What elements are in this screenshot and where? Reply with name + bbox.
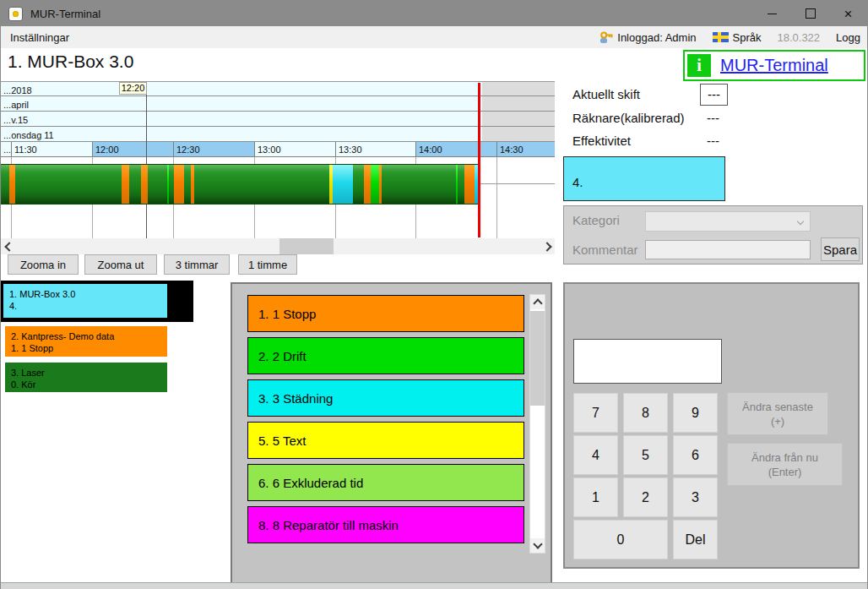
scroll-up-button[interactable] bbox=[530, 295, 545, 309]
category-button[interactable]: 6. 6 Exkluderad tid bbox=[247, 464, 524, 501]
efficiency-label: Effektivitet bbox=[572, 134, 631, 148]
language-label: Språk bbox=[733, 31, 762, 44]
key-2[interactable]: 2 bbox=[623, 477, 668, 517]
timeline: 12:20 ...2018...april...v.15...onsdag 11… bbox=[1, 81, 555, 237]
info-link[interactable]: MUR-Terminal bbox=[720, 56, 828, 75]
current-activity-box: 4. bbox=[563, 156, 725, 201]
category-button[interactable]: 2. 2 Drift bbox=[247, 337, 524, 374]
logged-in-label: Inloggad: Admin bbox=[617, 31, 696, 44]
time-tick-cell: 12:30 bbox=[173, 142, 254, 157]
keypad-display[interactable] bbox=[573, 339, 722, 384]
machine-tile[interactable]: 2. Kantpress- Demo data1. 1 Stopp bbox=[5, 326, 167, 357]
activity-segment-stopp[interactable] bbox=[122, 165, 129, 204]
category-label: Kategori bbox=[572, 213, 620, 227]
close-button[interactable]: × bbox=[829, 1, 867, 26]
menu-settings[interactable]: Inställningar bbox=[10, 31, 69, 44]
menu-log[interactable]: Logg bbox=[836, 31, 860, 44]
activity-segment-stopp[interactable] bbox=[191, 165, 194, 204]
category-form-panel: Kategori Kommentar Spara bbox=[563, 205, 863, 265]
scrollbar-thumb[interactable] bbox=[279, 238, 334, 254]
menu-bar: Inställningar Inloggad: Admin Språk 18.0… bbox=[1, 26, 867, 48]
window-title: MUR-Terminal bbox=[30, 8, 100, 20]
machine-tile[interactable]: 1. MUR-Box 3.04. bbox=[3, 284, 167, 318]
activity-segment-stopp[interactable] bbox=[464, 165, 475, 204]
key-4[interactable]: 4 bbox=[573, 435, 618, 475]
key-del[interactable]: Del bbox=[673, 520, 718, 559]
key-7[interactable]: 7 bbox=[573, 393, 618, 433]
timeline-header-row: ...2018 bbox=[1, 82, 555, 96]
action-button-andra-senaste[interactable]: Ändra senaste(+) bbox=[727, 392, 828, 435]
info-box: i MUR-Terminal bbox=[683, 50, 865, 81]
action-button-sublabel: (+) bbox=[771, 414, 784, 428]
app-window: MUR-Terminal × Inställningar Inloggad: A… bbox=[0, 0, 868, 589]
activity-segment-drift[interactable] bbox=[456, 165, 458, 204]
category-button[interactable]: 3. 3 Städning bbox=[247, 379, 524, 417]
menu-logged-in[interactable]: Inloggad: Admin bbox=[599, 30, 696, 44]
key-5[interactable]: 5 bbox=[623, 435, 668, 475]
activity-segment-stopp[interactable] bbox=[364, 165, 371, 204]
time-tick-cell: 13:30 bbox=[335, 142, 415, 157]
category-button[interactable]: 5. 5 Text bbox=[247, 422, 524, 459]
machine-status: 4. bbox=[9, 300, 167, 312]
key-8[interactable]: 8 bbox=[623, 393, 668, 433]
time-tick-cell: 12:00 bbox=[92, 142, 173, 157]
activity-bar[interactable] bbox=[1, 164, 480, 205]
time-tick-label: 13:00 bbox=[255, 142, 281, 155]
time-tick-cell: 14:00 bbox=[415, 142, 496, 157]
scroll-left-button[interactable] bbox=[1, 238, 15, 254]
key-0[interactable]: 0 bbox=[573, 520, 668, 559]
machine-name: 2. Kantpress- Demo data bbox=[11, 330, 167, 342]
machine-tile[interactable]: 3. Laser0. Kör bbox=[5, 363, 167, 392]
category-dropdown[interactable] bbox=[645, 211, 811, 232]
cursor-time-tooltip: 12:20 bbox=[119, 82, 147, 95]
toolbar-button-1-timme[interactable]: 1 timme bbox=[238, 254, 297, 275]
timeline-header-row: ...v.15 bbox=[1, 112, 555, 127]
chevron-down-icon bbox=[797, 218, 804, 225]
key-1[interactable]: 1 bbox=[573, 477, 618, 517]
activity-segment-drift[interactable] bbox=[371, 165, 379, 204]
toolbar-button-zooma-in[interactable]: Zooma in bbox=[8, 254, 79, 275]
activity-segment-stopp[interactable] bbox=[9, 165, 15, 204]
time-tick-label: 14:00 bbox=[416, 142, 442, 155]
comment-input[interactable] bbox=[645, 240, 811, 259]
toolbar-button-3-timmar[interactable]: 3 timmar bbox=[164, 254, 230, 275]
chevron-right-icon bbox=[542, 242, 551, 251]
category-scrollbar[interactable] bbox=[529, 294, 545, 554]
activity-segment-drift[interactable] bbox=[167, 165, 169, 204]
key-6[interactable]: 6 bbox=[673, 435, 718, 475]
timeline-header-row: ...april bbox=[1, 96, 555, 112]
activity-segment-stopp[interactable] bbox=[141, 165, 148, 204]
activity-segment-stopp[interactable] bbox=[379, 165, 382, 204]
action-button-andra-fran-nu[interactable]: Ändra från nu(Enter) bbox=[727, 443, 843, 486]
category-buttons-panel: 1. 1 Stopp2. 2 Drift3. 3 Städning5. 5 Te… bbox=[231, 282, 552, 584]
scroll-right-button[interactable] bbox=[540, 238, 555, 254]
time-tick-cell: ... bbox=[1, 142, 11, 157]
activity-segment-stopp[interactable] bbox=[174, 165, 184, 204]
info-icon: i bbox=[687, 54, 711, 77]
time-tick-label: 12:00 bbox=[93, 142, 119, 155]
time-tick-cell: 13:00 bbox=[254, 142, 335, 157]
menu-language[interactable]: Språk bbox=[713, 31, 762, 44]
shift-value-box: --- bbox=[700, 84, 728, 106]
page-title: 1. MUR-Box 3.0 bbox=[8, 52, 133, 72]
now-line bbox=[478, 83, 480, 237]
key-9[interactable]: 9 bbox=[673, 393, 718, 433]
action-button-sublabel: (Enter) bbox=[768, 465, 802, 479]
maximize-button[interactable] bbox=[791, 1, 829, 26]
toolbar-button-zooma-ut[interactable]: Zooma ut bbox=[84, 254, 157, 275]
category-button[interactable]: 1. 1 Stopp bbox=[247, 295, 524, 332]
timeline-scrollbar[interactable] bbox=[1, 238, 555, 254]
time-tick-label: 12:30 bbox=[174, 142, 200, 155]
activity-segment-stadning[interactable] bbox=[333, 165, 353, 204]
save-button[interactable]: Spara bbox=[821, 237, 860, 261]
action-button-label: Ändra från nu bbox=[751, 450, 818, 465]
counter-label: Räknare(kalibrerad) bbox=[572, 111, 685, 125]
key-3[interactable]: 3 bbox=[673, 477, 718, 517]
timeline-header-label: ...april bbox=[1, 98, 29, 110]
action-button-label: Ändra senaste bbox=[742, 400, 813, 414]
maximize-icon bbox=[806, 8, 816, 19]
category-scrollbar-thumb[interactable] bbox=[530, 311, 545, 406]
category-button[interactable]: 8. 8 Reparatör till maskin bbox=[247, 506, 524, 543]
minimize-button[interactable] bbox=[753, 1, 791, 26]
scroll-down-button[interactable] bbox=[530, 538, 545, 553]
